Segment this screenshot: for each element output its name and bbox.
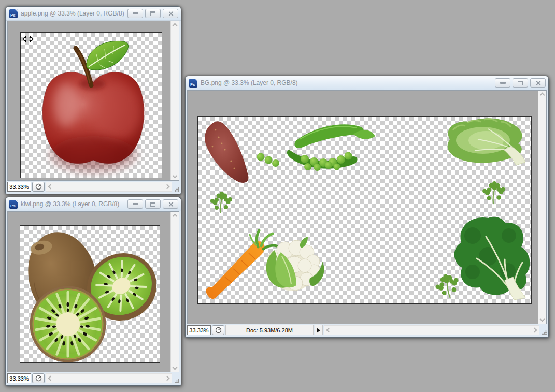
horizontal-scrollbar[interactable]: [324, 325, 539, 335]
resize-grip[interactable]: [173, 373, 179, 383]
scroll-right-icon[interactable]: [165, 376, 170, 381]
window-controls: [495, 78, 546, 88]
carrot: [206, 230, 277, 299]
minimize-icon: [133, 12, 138, 14]
cilantro-sprig: [482, 181, 505, 204]
window-title: kiwi.png @ 33.3% (Layer 0, RGB/8): [21, 200, 124, 208]
timer-button[interactable]: [32, 373, 45, 383]
photoshop-file-icon: Ps: [189, 79, 197, 88]
canvas-viewport: [187, 90, 547, 324]
apple-image: [21, 33, 162, 178]
canvas-area[interactable]: [188, 91, 538, 324]
resize-horizontal-cursor-icon: [22, 35, 34, 43]
canvas-area[interactable]: [8, 21, 170, 180]
minimize-icon: [133, 203, 138, 205]
maximize-button[interactable]: [513, 78, 528, 88]
scroll-down-icon[interactable]: [173, 173, 178, 179]
resize-grip[interactable]: [173, 182, 179, 192]
status-bar: 33.33%: [6, 181, 181, 194]
doc-size-info: Doc: 5.93M/6.28M: [225, 325, 314, 335]
image-canvas-apple[interactable]: [20, 32, 162, 178]
clock-icon: [215, 327, 222, 333]
titlebar-bg[interactable]: Ps BG.png @ 33.3% (Layer 0, RGB/8): [186, 76, 548, 90]
pea-pods: [257, 124, 376, 171]
image-canvas-bg[interactable]: [197, 116, 532, 304]
maximize-button[interactable]: [145, 199, 161, 209]
window-title: apple.png @ 33.3% (Layer 0, RGB/8): [21, 10, 124, 17]
document-window-kiwi: Ps kiwi.png @ 33.3% (Layer 0, RGB/8): [5, 197, 181, 386]
zoom-level-field[interactable]: 33.33%: [7, 182, 31, 192]
horizontal-scrollbar[interactable]: [46, 182, 172, 192]
canvas-area[interactable]: [8, 212, 170, 372]
maximize-icon: [150, 202, 155, 207]
image-canvas-kiwi[interactable]: [20, 225, 160, 363]
vertical-scrollbar[interactable]: [538, 91, 546, 324]
timer-button[interactable]: [212, 325, 224, 335]
canvas-viewport: [7, 21, 179, 181]
vertical-scrollbar[interactable]: [170, 21, 179, 180]
window-controls: [127, 9, 178, 18]
scroll-left-icon[interactable]: [326, 328, 332, 333]
titlebar-apple[interactable]: Ps apple.png @ 33.3% (Layer 0, RGB/8): [6, 7, 181, 21]
maximize-icon: [518, 81, 523, 85]
minimize-button[interactable]: [127, 199, 143, 209]
horizontal-scrollbar[interactable]: [46, 373, 172, 383]
kale-leaf: [454, 217, 530, 300]
window-controls: [127, 199, 178, 209]
titlebar-kiwi[interactable]: Ps kiwi.png @ 33.3% (Layer 0, RGB/8): [6, 197, 181, 211]
window-title: BG.png @ 33.3% (Layer 0, RGB/8): [201, 79, 492, 86]
sweet-potato: [205, 121, 248, 183]
parsley-sprig-2: [433, 271, 462, 301]
document-window-bg: Ps BG.png @ 33.3% (Layer 0, RGB/8): [185, 76, 549, 338]
photoshop-workspace: { "app": { "desktop_color": "#ababab" },…: [0, 0, 555, 392]
parsley-sprig: [210, 192, 232, 213]
status-bar: 33.33%: [6, 372, 181, 385]
close-button[interactable]: [163, 9, 178, 18]
scroll-down-icon[interactable]: [540, 317, 545, 322]
minimize-icon: [500, 82, 506, 84]
maximize-icon: [150, 11, 155, 16]
photoshop-file-icon: Ps: [9, 9, 18, 18]
scroll-down-icon[interactable]: [173, 365, 178, 370]
photoshop-file-icon: Ps: [9, 200, 18, 209]
vegetables-image: [198, 117, 531, 303]
status-flyout-button[interactable]: [315, 325, 323, 335]
scroll-right-icon[interactable]: [532, 328, 537, 333]
scroll-left-icon[interactable]: [48, 184, 53, 190]
zoom-level-field[interactable]: 33.33%: [7, 373, 31, 383]
minimize-button[interactable]: [495, 78, 510, 88]
scroll-left-icon[interactable]: [48, 376, 53, 381]
scroll-up-icon[interactable]: [173, 214, 178, 219]
lettuce-leaf: [448, 119, 525, 165]
vertical-scrollbar[interactable]: [170, 212, 179, 372]
kiwi-image: [20, 226, 160, 362]
clock-icon: [35, 375, 42, 382]
zoom-level-field[interactable]: 33.33%: [187, 325, 211, 335]
close-icon: [168, 201, 174, 207]
maximize-button[interactable]: [145, 9, 161, 18]
minimize-button[interactable]: [127, 9, 143, 18]
close-icon: [168, 11, 174, 17]
close-button[interactable]: [530, 78, 546, 88]
close-button[interactable]: [163, 199, 178, 209]
canvas-viewport: [7, 211, 179, 372]
timer-button[interactable]: [32, 182, 45, 192]
clock-icon: [35, 183, 42, 190]
document-window-apple: Ps apple.png @ 33.3% (Layer 0, RGB/8): [5, 6, 181, 194]
scroll-up-icon[interactable]: [173, 23, 178, 28]
close-icon: [535, 80, 541, 86]
flyout-triangle-icon: [317, 328, 320, 333]
scroll-up-icon[interactable]: [540, 93, 545, 98]
resize-grip[interactable]: [540, 325, 547, 335]
status-bar: 33.33% Doc: 5.93M/6.28M: [186, 324, 548, 337]
scroll-right-icon[interactable]: [165, 184, 170, 190]
